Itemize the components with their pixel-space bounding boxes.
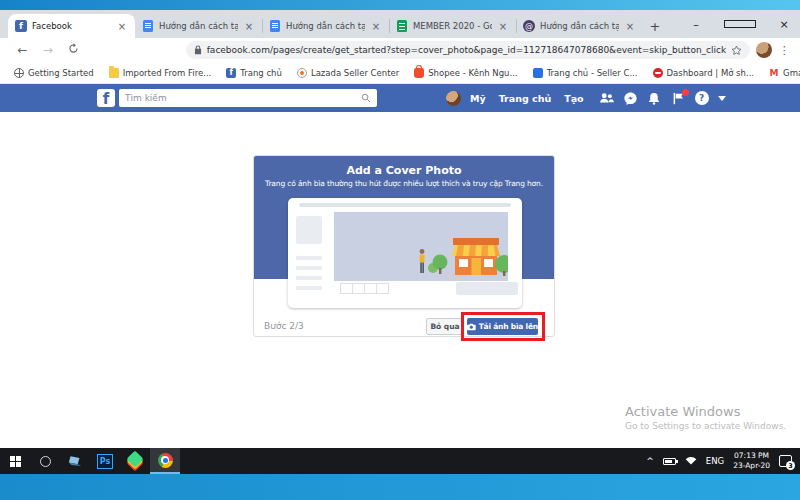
action-center-badge: 3 [786,461,795,470]
help-icon[interactable]: ? [695,91,709,105]
screen: f Facebook × Hướng dẫn cách tạo fanpage … [0,0,800,500]
mock-text-line [296,256,322,260]
action-center-icon[interactable]: 3 [779,455,792,467]
upload-cover-button[interactable]: Tải ảnh bìa lên [467,318,538,335]
shopee-icon [414,68,424,78]
cortana-icon[interactable] [30,448,60,474]
profile-avatar[interactable] [446,91,461,106]
frame-top-border [0,0,800,10]
browser-toolbar: ← → facebook.com/pages/create/get_starte… [0,38,800,62]
notification-badge [682,89,689,96]
tab-label: Hướng dẫn cách tạo fanpage [286,21,365,31]
facebook-logo[interactable]: f [97,89,115,107]
dialog-title: Add a Cover Photo [254,164,554,177]
tab-facebook[interactable]: f Facebook × [8,14,135,38]
tab-fanpage-guide-3[interactable]: @ Hướng dẫn cách tạo Fanpage × [516,14,643,38]
step-indicator: Bước 2/3 [264,321,304,331]
bookmark-facebook-home[interactable]: f Trang chủ [226,68,282,78]
bookmark-gmail[interactable]: M Gmail [769,68,800,78]
frame-bottom-border [0,474,800,500]
tab-close-icon[interactable]: × [116,21,128,32]
pages-feed-icon[interactable] [671,91,686,106]
browser-tab-strip: f Facebook × Hướng dẫn cách tạo fanpage … [0,10,800,38]
gmail-icon: M [769,68,779,78]
system-tray: ^ ENG 07:13 PM 23-Apr-20 3 [646,451,800,471]
tab-fanpage-guide-2[interactable]: Hướng dẫn cách tạo fanpage × [262,14,389,38]
facebook-search[interactable] [119,89,377,107]
facebook-navbar: f Mỹ Trang chủ Tạo [0,84,800,112]
page-preview-illustration [288,198,522,308]
taskbar-clock[interactable]: 07:13 PM 23-Apr-20 [733,451,770,471]
tab-label: Hướng dẫn cách tạo Fanpage [540,21,619,31]
chrome-taskbar-icon[interactable] [150,448,180,474]
tab-close-icon[interactable]: × [243,21,255,32]
messenger-icon[interactable] [623,91,638,106]
home-link[interactable]: Trang chủ [499,93,552,104]
browser-menu-icon[interactable]: ⋮ [778,44,790,57]
activate-windows-watermark: Activate Windows Go to Settings to activ… [625,404,786,431]
google-sheet-icon [396,20,408,32]
notifications-bell-icon[interactable] [647,91,662,106]
clock-time: 07:13 PM [733,451,770,461]
bookmarks-bar: Getting Started Imported From Fire... f … [0,62,800,84]
tab-close-icon[interactable]: × [370,21,382,32]
address-bar[interactable]: facebook.com/pages/create/get_started?st… [186,41,751,59]
dialog-subtitle: Trang có ảnh bìa thường thu hút được nhi… [254,179,554,188]
facebook-page-content: Add a Cover Photo Trang có ảnh bìa thườn… [0,112,800,448]
dashboard-icon [653,68,663,78]
bluestacks-icon[interactable] [120,448,150,474]
bookmark-getting-started[interactable]: Getting Started [14,68,94,78]
bookmark-seller-center[interactable]: Trang chủ - Seller C... [533,68,638,78]
close-window-button[interactable]: × [768,18,800,31]
mock-topbar [299,203,511,207]
globe-icon [14,68,24,78]
camera-icon [467,323,476,331]
bookmark-lazada[interactable]: Lazada Seller Center [297,68,399,78]
facebook-favicon-icon: f [15,20,27,32]
tab-close-icon[interactable]: × [624,21,636,32]
start-button[interactable] [0,448,30,474]
google-doc-icon [142,20,154,32]
skip-button[interactable]: Bỏ qua [426,318,464,335]
browser-profile-avatar[interactable] [756,42,772,58]
add-cover-photo-dialog: Add a Cover Photo Trang có ảnh bìa thườn… [253,155,555,337]
battery-icon[interactable] [663,458,676,465]
profile-name-link[interactable]: Mỹ [470,93,486,104]
bookmark-star-icon[interactable] [731,45,742,56]
mock-tabs-placeholder [341,283,389,294]
forward-button[interactable]: → [35,43,60,57]
mock-button-placeholder [456,282,518,295]
mock-text-line [296,286,322,290]
search-input[interactable] [125,93,361,103]
mock-text-line [296,276,322,280]
tray-chevron-icon[interactable]: ^ [646,456,654,466]
tab-label: Facebook [32,21,111,31]
bookmark-imported[interactable]: Imported From Fire... [109,68,212,78]
tab-member-sheet[interactable]: MEMBER 2020 - Google Trang × [389,14,516,38]
reload-button[interactable] [60,43,85,57]
tab-label: Hướng dẫn cách tạo fanpage [159,21,238,31]
maximize-button[interactable] [724,20,756,28]
create-link[interactable]: Tạo [564,93,583,104]
facebook-icon: f [226,68,236,78]
minimize-button[interactable]: – [680,18,712,31]
tab-label: MEMBER 2020 - Google Trang [413,21,492,31]
seller-center-icon [533,68,543,78]
wifi-icon[interactable] [685,456,697,467]
google-doc-icon [269,20,281,32]
friend-requests-icon[interactable] [599,91,614,106]
tab-close-icon[interactable]: × [497,21,509,32]
bookmark-dashboard[interactable]: Dashboard | Mở sh... [653,68,755,78]
language-indicator[interactable]: ENG [706,456,724,466]
laptop-app-icon[interactable] [60,448,90,474]
bookmark-shopee[interactable]: Shopee - Kênh Ngu... [414,68,517,78]
tab-fanpage-guide-1[interactable]: Hướng dẫn cách tạo fanpage × [135,14,262,38]
search-icon [361,93,371,103]
padlock-icon [194,45,202,55]
new-tab-button[interactable]: + [643,14,667,38]
account-caret-icon[interactable] [718,96,726,101]
mock-profile-placeholder [296,216,322,244]
back-button[interactable]: ← [10,43,35,57]
photoshop-icon[interactable]: Ps [90,448,120,474]
url-text[interactable]: facebook.com/pages/create/get_started?st… [207,45,727,55]
